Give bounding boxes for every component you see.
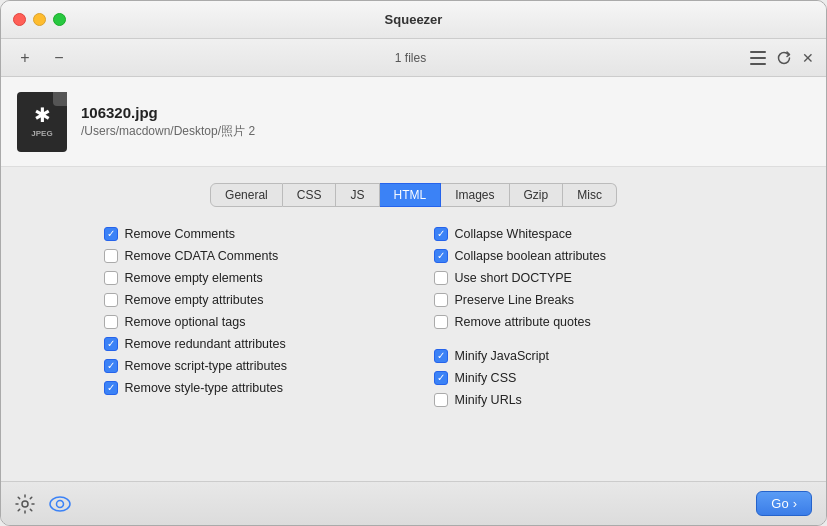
label-remove-style-type: Remove style-type attributes [125, 381, 283, 395]
option-row-minify-js: Minify JavaScript [434, 345, 724, 367]
label-remove-cdata: Remove CDATA Comments [125, 249, 279, 263]
option-row-remove-attribute-quotes: Remove attribute quotes [434, 311, 724, 333]
options-section-gap [434, 333, 724, 345]
file-area: ✱ JPEG 106320.jpg /Users/macdown/Desktop… [1, 77, 826, 167]
settings-icon [15, 494, 35, 514]
remove-button[interactable]: − [47, 46, 71, 70]
checkbox-collapse-whitespace[interactable] [434, 227, 448, 241]
checkbox-minify-js[interactable] [434, 349, 448, 363]
go-chevron: › [793, 496, 797, 511]
refresh-button[interactable] [776, 50, 792, 66]
checkbox-minify-css[interactable] [434, 371, 448, 385]
checkbox-remove-script-type[interactable] [104, 359, 118, 373]
svg-point-4 [50, 497, 70, 511]
tabs-row: GeneralCSSJSHTMLImagesGzipMisc [210, 183, 617, 207]
checkbox-remove-redundant-attributes[interactable] [104, 337, 118, 351]
label-minify-js: Minify JavaScript [455, 349, 549, 363]
option-row-minify-css: Minify CSS [434, 367, 724, 389]
svg-rect-2 [750, 63, 766, 65]
content-area: GeneralCSSJSHTMLImagesGzipMisc Remove Co… [1, 167, 826, 481]
options-right-column: Collapse WhitespaceCollapse boolean attr… [434, 223, 724, 411]
eye-button[interactable] [49, 494, 71, 514]
file-info: 106320.jpg /Users/macdown/Desktop/照片 2 [81, 104, 255, 140]
toolbar: + − 1 files ✕ [1, 39, 826, 77]
minimize-button[interactable] [33, 13, 46, 26]
svg-rect-0 [750, 51, 766, 53]
label-remove-script-type: Remove script-type attributes [125, 359, 288, 373]
option-row-remove-empty-elements: Remove empty elements [104, 267, 394, 289]
option-row-remove-style-type: Remove style-type attributes [104, 377, 394, 399]
option-row-use-short-doctype: Use short DOCTYPE [434, 267, 724, 289]
label-minify-css: Minify CSS [455, 371, 517, 385]
checkbox-remove-attribute-quotes[interactable] [434, 315, 448, 329]
options-grid: Remove CommentsRemove CDATA CommentsRemo… [104, 223, 724, 411]
label-preserve-line-breaks: Preserve Line Breaks [455, 293, 575, 307]
option-row-preserve-line-breaks: Preserve Line Breaks [434, 289, 724, 311]
checkbox-remove-empty-elements[interactable] [104, 271, 118, 285]
go-label: Go [771, 496, 788, 511]
label-collapse-boolean: Collapse boolean attributes [455, 249, 607, 263]
toolbar-left: + − [13, 46, 71, 70]
file-icon-star: ✱ [34, 105, 51, 125]
options-left-column: Remove CommentsRemove CDATA CommentsRemo… [104, 223, 394, 411]
checkbox-remove-cdata[interactable] [104, 249, 118, 263]
checkbox-use-short-doctype[interactable] [434, 271, 448, 285]
footer-left [15, 494, 71, 514]
menu-icon [750, 51, 766, 65]
option-row-collapse-boolean: Collapse boolean attributes [434, 245, 724, 267]
label-remove-empty-elements: Remove empty elements [125, 271, 263, 285]
tab-gzip[interactable]: Gzip [510, 183, 564, 207]
option-row-remove-cdata: Remove CDATA Comments [104, 245, 394, 267]
option-row-remove-script-type: Remove script-type attributes [104, 355, 394, 377]
checkbox-remove-optional-tags[interactable] [104, 315, 118, 329]
option-row-remove-optional-tags: Remove optional tags [104, 311, 394, 333]
tab-general[interactable]: General [210, 183, 283, 207]
menu-button[interactable] [750, 51, 766, 65]
option-row-remove-redundant-attributes: Remove redundant attributes [104, 333, 394, 355]
file-path: /Users/macdown/Desktop/照片 2 [81, 123, 255, 140]
eye-icon [49, 496, 71, 512]
refresh-icon [776, 50, 792, 66]
titlebar: Squeezer [1, 1, 826, 39]
label-remove-redundant-attributes: Remove redundant attributes [125, 337, 286, 351]
tab-js[interactable]: JS [336, 183, 379, 207]
svg-point-5 [57, 500, 64, 507]
file-type-label: JPEG [31, 129, 52, 138]
option-row-remove-comments: Remove Comments [104, 223, 394, 245]
window-title: Squeezer [385, 12, 443, 27]
file-icon: ✱ JPEG [17, 92, 67, 152]
option-row-remove-empty-attributes: Remove empty attributes [104, 289, 394, 311]
checkbox-remove-empty-attributes[interactable] [104, 293, 118, 307]
checkbox-remove-style-type[interactable] [104, 381, 118, 395]
label-remove-optional-tags: Remove optional tags [125, 315, 246, 329]
checkbox-remove-comments[interactable] [104, 227, 118, 241]
file-icon-corner [53, 92, 67, 106]
file-name: 106320.jpg [81, 104, 255, 121]
close-button[interactable] [13, 13, 26, 26]
go-button[interactable]: Go › [756, 491, 812, 516]
checkbox-collapse-boolean[interactable] [434, 249, 448, 263]
add-button[interactable]: + [13, 46, 37, 70]
toolbar-right: ✕ [750, 50, 814, 66]
close-toolbar-button[interactable]: ✕ [802, 50, 814, 66]
label-remove-comments: Remove Comments [125, 227, 235, 241]
label-remove-attribute-quotes: Remove attribute quotes [455, 315, 591, 329]
label-collapse-whitespace: Collapse Whitespace [455, 227, 572, 241]
tab-html[interactable]: HTML [380, 183, 442, 207]
svg-point-3 [22, 501, 28, 507]
label-use-short-doctype: Use short DOCTYPE [455, 271, 572, 285]
tab-misc[interactable]: Misc [563, 183, 617, 207]
footer: Go › [1, 481, 826, 525]
file-count: 1 files [71, 51, 750, 65]
svg-rect-1 [750, 57, 766, 59]
checkbox-minify-urls[interactable] [434, 393, 448, 407]
label-minify-urls: Minify URLs [455, 393, 522, 407]
tab-images[interactable]: Images [441, 183, 509, 207]
checkbox-preserve-line-breaks[interactable] [434, 293, 448, 307]
window-controls [13, 13, 66, 26]
tab-css[interactable]: CSS [283, 183, 337, 207]
settings-button[interactable] [15, 494, 35, 514]
maximize-button[interactable] [53, 13, 66, 26]
label-remove-empty-attributes: Remove empty attributes [125, 293, 264, 307]
option-row-collapse-whitespace: Collapse Whitespace [434, 223, 724, 245]
